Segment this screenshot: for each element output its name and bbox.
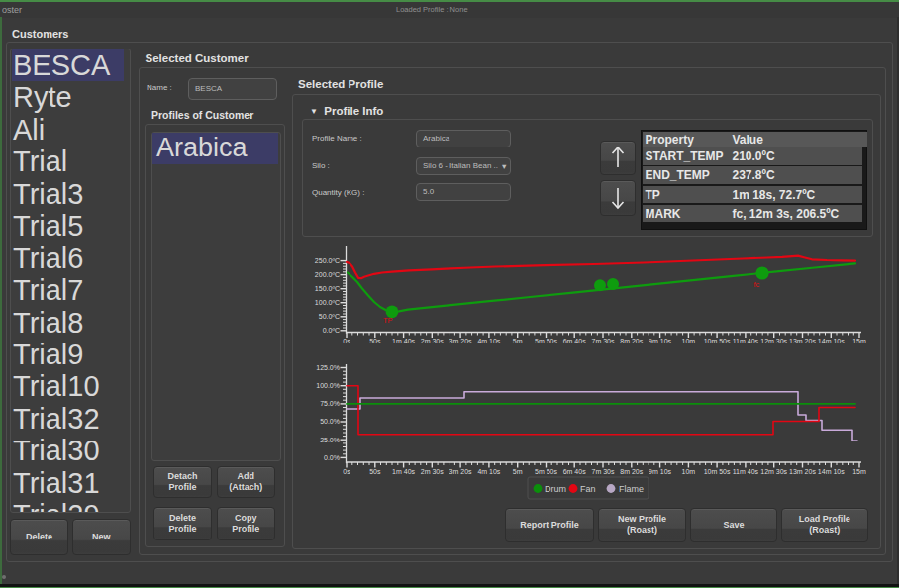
svg-text:Fan: Fan [580,484,596,494]
svg-text:10m: 10m [682,468,696,475]
svg-text:12m 30s: 12m 30s [760,338,787,344]
svg-text:15m: 15m [852,338,866,344]
svg-text:6m 40s: 6m 40s [563,468,586,475]
svg-text:13m 20s: 13m 20s [789,338,816,344]
svg-text:5m 50s: 5m 50s [535,338,557,344]
svg-text:2m 30s: 2m 30s [421,338,444,344]
svg-text:50.0ºC: 50.0ºC [319,313,340,320]
svg-text:7m 30s: 7m 30s [592,468,615,475]
svg-text:250.0ºC: 250.0ºC [315,257,340,264]
svg-text:5m 50s: 5m 50s [535,468,557,475]
svg-text:7m 30s: 7m 30s [592,338,615,344]
svg-text:9m 10s: 9m 10s [649,468,671,475]
svg-text:8m 20s: 8m 20s [620,338,643,344]
svg-text:5m: 5m [513,338,523,344]
svg-text:3m 20s: 3m 20s [450,338,472,344]
svg-text:TP: TP [383,316,393,325]
svg-text:14m 10s: 14m 10s [818,468,845,475]
svg-text:1m 40s: 1m 40s [392,338,415,344]
svg-text:200.0ºC: 200.0ºC [315,271,340,278]
svg-text:10m 50s: 10m 50s [704,338,731,344]
svg-text:4m 10s: 4m 10s [477,338,500,344]
svg-text:0.0ºC: 0.0ºC [323,327,340,334]
svg-text:10m 50s: 10m 50s [704,468,731,475]
svg-text:11m 40s: 11m 40s [733,468,759,475]
svg-text:100.0ºC: 100.0ºC [315,299,340,306]
svg-text:fc: fc [754,280,760,289]
svg-text:14m 10s: 14m 10s [818,338,845,344]
svg-text:6m 40s: 6m 40s [563,338,586,344]
svg-text:10m: 10m [682,338,696,344]
svg-text:75.0%: 75.0% [320,400,340,407]
svg-text:100.0%: 100.0% [316,382,340,389]
svg-text:2m 30s: 2m 30s [421,468,444,475]
svg-text:12m 30s: 12m 30s [760,468,787,475]
svg-text:Drum: Drum [545,484,566,494]
svg-text:11m 40s: 11m 40s [733,338,759,344]
svg-text:150.0ºC: 150.0ºC [315,285,340,292]
svg-text:13m 20s: 13m 20s [789,468,816,475]
svg-text:50s: 50s [369,468,381,475]
svg-text:15m: 15m [852,468,866,475]
svg-text:5m: 5m [513,468,523,475]
svg-text:Flame: Flame [619,484,644,494]
svg-text:125.0%: 125.0% [316,364,340,371]
svg-text:9m 10s: 9m 10s [649,338,671,344]
svg-text:0.0%: 0.0% [324,454,340,461]
svg-text:0s: 0s [343,468,350,475]
svg-text:0s: 0s [343,338,350,344]
svg-text:1m 40s: 1m 40s [392,468,415,475]
svg-text:4m 10s: 4m 10s [477,468,500,475]
svg-text:8m 20s: 8m 20s [620,468,643,475]
svg-text:50s: 50s [369,338,381,344]
svg-text:3m 20s: 3m 20s [450,468,472,475]
svg-text:25.0%: 25.0% [320,437,340,443]
svg-text:50.0%: 50.0% [320,418,340,425]
